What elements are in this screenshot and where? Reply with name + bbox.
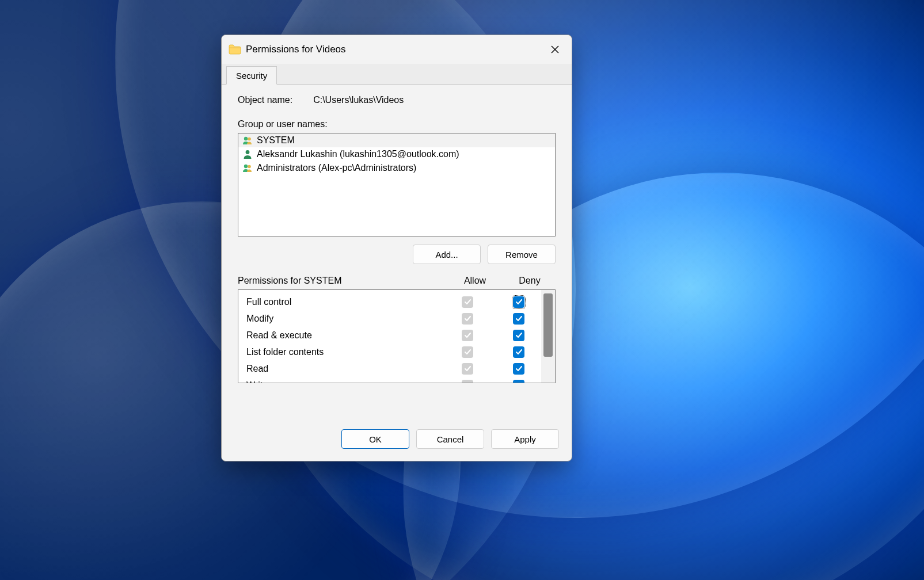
add-button[interactable]: Add... <box>413 245 481 264</box>
remove-button[interactable]: Remove <box>488 245 556 264</box>
principal-name: SYSTEM <box>257 135 295 146</box>
ok-button[interactable]: OK <box>341 429 409 449</box>
deny-checkbox[interactable] <box>513 346 524 358</box>
svg-point-2 <box>244 137 248 140</box>
deny-checkbox[interactable] <box>513 380 524 384</box>
allow-checkbox[interactable] <box>462 346 473 358</box>
permission-label: Write <box>246 380 439 384</box>
permission-label: List folder contents <box>246 347 439 357</box>
folder-icon <box>229 44 241 55</box>
allow-checkbox[interactable] <box>462 330 473 341</box>
allow-column-header: Allow <box>446 276 504 286</box>
deny-cell <box>496 363 541 375</box>
permission-label: Read & execute <box>246 330 439 341</box>
svg-point-5 <box>244 165 248 168</box>
tab-strip: Security <box>222 64 572 85</box>
allow-cell <box>439 313 496 325</box>
permission-row: List folder contents <box>246 344 541 360</box>
object-name-label: Object name: <box>238 95 292 105</box>
permission-label: Read <box>246 364 439 374</box>
principal-item[interactable]: Administrators (Alex-pc\Administrators) <box>238 161 555 175</box>
deny-cell <box>496 330 541 341</box>
permissions-for-label: Permissions for SYSTEM <box>238 276 446 286</box>
close-button[interactable] <box>542 38 568 61</box>
permission-label: Modify <box>246 314 439 324</box>
deny-checkbox[interactable] <box>513 330 524 341</box>
allow-checkbox[interactable] <box>462 313 473 325</box>
allow-cell <box>439 346 496 358</box>
allow-cell <box>439 330 496 341</box>
deny-checkbox[interactable] <box>513 296 524 308</box>
principal-name: Administrators (Alex-pc\Administrators) <box>257 163 416 173</box>
tab-security[interactable]: Security <box>226 66 277 85</box>
permission-row: Write <box>246 377 541 383</box>
group-user-label: Group or user names: <box>238 119 556 129</box>
principal-name: Aleksandr Lukashin (lukashin1305@outlook… <box>257 149 459 159</box>
permission-row: Modify <box>246 310 541 327</box>
scrollbar-thumb[interactable] <box>543 293 553 357</box>
group-icon <box>242 162 253 174</box>
apply-button[interactable]: Apply <box>491 429 559 449</box>
permissions-header: Permissions for SYSTEM Allow Deny <box>238 276 556 286</box>
permission-row: Read <box>246 360 541 377</box>
deny-checkbox[interactable] <box>513 363 524 375</box>
titlebar[interactable]: Permissions for Videos <box>222 35 572 64</box>
allow-checkbox[interactable] <box>462 296 473 308</box>
permission-row: Full control <box>246 293 541 310</box>
allow-checkbox[interactable] <box>462 363 473 375</box>
svg-point-4 <box>246 150 250 154</box>
close-icon <box>550 45 560 54</box>
cancel-button[interactable]: Cancel <box>416 429 484 449</box>
allow-cell <box>439 380 496 384</box>
dialog-title: Permissions for Videos <box>246 44 542 55</box>
permission-label: Full control <box>246 297 439 307</box>
dialog-footer: OK Cancel Apply <box>222 425 572 461</box>
scrollbar-track[interactable] <box>541 290 555 383</box>
deny-checkbox[interactable] <box>513 313 524 325</box>
object-name-row: Object name: C:\Users\lukas\Videos <box>238 95 556 105</box>
svg-point-6 <box>248 165 251 169</box>
deny-cell <box>496 296 541 308</box>
principal-listbox[interactable]: SYSTEMAleksandr Lukashin (lukashin1305@o… <box>238 133 556 236</box>
principal-item[interactable]: SYSTEM <box>238 133 555 147</box>
group-icon <box>242 135 253 146</box>
deny-cell <box>496 346 541 358</box>
deny-cell <box>496 380 541 384</box>
permission-row: Read & execute <box>246 327 541 344</box>
principal-item[interactable]: Aleksandr Lukashin (lukashin1305@outlook… <box>238 147 555 161</box>
user-icon <box>242 148 253 160</box>
permissions-dialog: Permissions for Videos Security Object n… <box>221 35 572 461</box>
principal-buttons: Add... Remove <box>238 245 556 264</box>
allow-cell <box>439 296 496 308</box>
svg-point-3 <box>248 138 251 141</box>
allow-checkbox[interactable] <box>462 380 473 384</box>
dialog-body: Object name: C:\Users\lukas\Videos Group… <box>222 85 572 425</box>
allow-cell <box>439 363 496 375</box>
object-name-value: C:\Users\lukas\Videos <box>313 95 404 105</box>
desktop-wallpaper: Permissions for Videos Security Object n… <box>0 0 924 580</box>
deny-column-header: Deny <box>504 276 556 286</box>
permissions-listbox: Full controlModifyRead & executeList fol… <box>238 289 556 383</box>
deny-cell <box>496 313 541 325</box>
